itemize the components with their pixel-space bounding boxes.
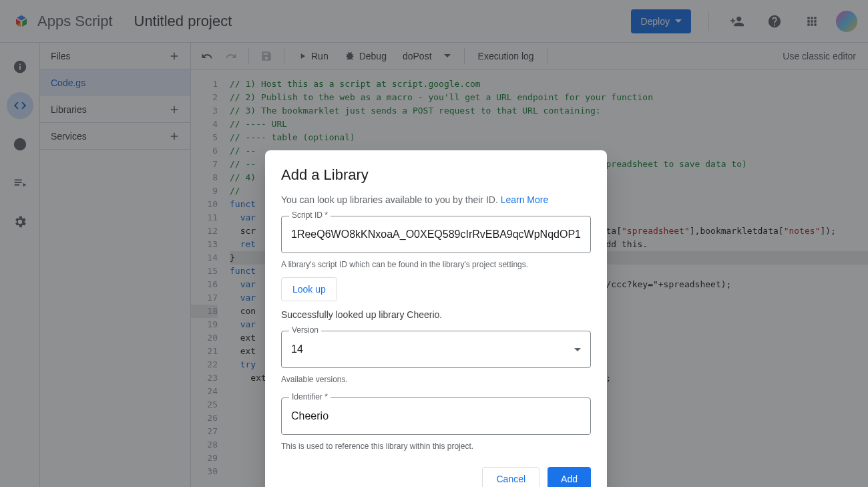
modal-actions: Cancel Add (281, 467, 591, 487)
identifier-input[interactable] (281, 397, 591, 435)
identifier-label: Identifier * (289, 392, 331, 401)
modal-title: Add a Library (281, 166, 591, 184)
modal-description: You can look up libraries available to y… (281, 194, 591, 205)
add-button[interactable]: Add (548, 467, 591, 487)
lookup-status: Successfully looked up library Cheerio. (281, 309, 591, 320)
script-id-label: Script ID * (289, 210, 331, 220)
script-id-field: Script ID * (281, 216, 591, 253)
modal-desc-text: You can look up libraries available to y… (281, 194, 501, 205)
version-value: 14 (291, 343, 303, 355)
version-select[interactable]: 14 (281, 331, 591, 368)
identifier-field: Identifier * (281, 397, 591, 435)
version-helper: Available versions. (281, 375, 591, 384)
lookup-button[interactable]: Look up (281, 277, 337, 301)
add-library-modal: Add a Library You can look up libraries … (265, 150, 607, 487)
version-field: Version 14 (281, 331, 591, 368)
identifier-helper: This is used to reference this library w… (281, 442, 591, 451)
learn-more-link[interactable]: Learn More (501, 194, 549, 205)
script-id-input[interactable] (281, 216, 591, 253)
chevron-down-icon (574, 348, 581, 351)
version-label: Version (289, 325, 321, 335)
script-id-helper: A library's script ID which can be found… (281, 260, 591, 269)
cancel-button[interactable]: Cancel (482, 467, 539, 487)
